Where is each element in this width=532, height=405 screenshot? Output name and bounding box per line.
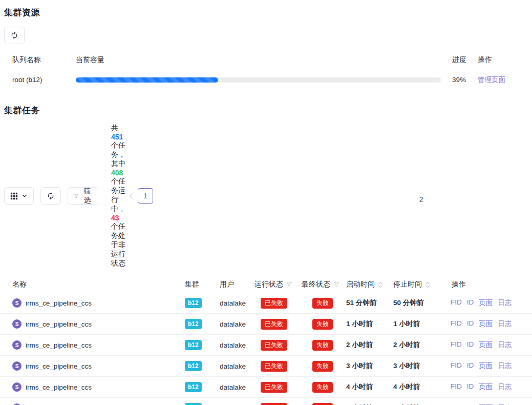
table-row: S irms_ce_pipeline_ccs b12 datalake 已失败 … [0,398,532,405]
prev-page-button[interactable] [125,188,136,204]
log-link[interactable]: 日志 [498,319,512,329]
filter-button[interactable]: 筛选 [68,187,98,205]
refresh-icon [10,31,18,39]
chevron-left-icon [128,192,134,199]
cluster-badge: b12 [185,340,202,350]
page-link[interactable]: 页面 [479,361,493,371]
resources-table-header: 队列名称 当前容量 进度 操作 [0,53,532,67]
resources-table: 队列名称 当前容量 进度 操作 root (b12) 39% 管理页面 [0,53,532,93]
task-name: irms_ce_pipeline_ccs [26,362,92,370]
col-actions: 操作 [473,55,528,65]
user-name: datalake [220,383,254,391]
page-button[interactable]: 2 [155,188,532,204]
col-progress: 进度 [444,55,473,65]
running-count: 408 [111,169,123,177]
start-time: 1 小时前 [346,319,393,329]
user-name: datalake [220,341,254,349]
cluster-badge: b12 [185,403,202,405]
summary-text: 共 [111,124,118,132]
stop-time: 3 小时前 [393,361,448,371]
run-status-badge: 已失败 [261,361,287,372]
resources-table-row: root (b12) 39% 管理页面 [0,67,532,93]
fid-link[interactable]: FID [451,361,462,371]
user-name: datalake [220,320,254,328]
task-name: irms_ce_pipeline_ccs [26,320,92,328]
page-link[interactable]: 页面 [479,340,493,350]
fid-link[interactable]: FID [451,298,462,308]
cluster-dashboard: 集群资源 队列名称 当前容量 进度 操作 root (b12) 39% 管理页面… [0,0,532,405]
app-type-avatar: S [12,361,22,371]
resources-refresh-button[interactable] [4,27,25,44]
layout-dropdown-button[interactable] [4,187,34,205]
id-link[interactable]: ID [467,319,474,329]
row-actions: FID ID 页面 日志 [451,319,532,329]
app-type-avatar: S [12,382,22,392]
stop-time: 4 小时前 [393,382,448,392]
cluster-badge: b12 [185,361,202,371]
id-link[interactable]: ID [467,361,474,371]
stop-time: 2 小时前 [393,340,448,350]
task-name: irms_ce_pipeline_ccs [26,383,92,391]
filter-funnel-icon[interactable] [333,281,339,288]
sort-icon[interactable] [425,281,430,288]
final-status-badge: 失败 [312,319,333,330]
page-link[interactable]: 页面 [479,382,493,392]
fid-link[interactable]: FID [451,319,462,329]
task-name: irms_ce_pipeline_ccs [26,299,92,307]
final-status-badge: 失败 [312,340,333,351]
run-status-badge: 已失败 [261,403,287,405]
tasks-refresh-button[interactable] [40,187,61,205]
tasks-toolbar: 筛选 共 451 个任务，其中 408 个任务运行中，43 个任务处于非运行状态… [4,124,528,268]
col-user: 用户 [220,280,254,289]
filter-button-label: 筛选 [82,187,92,205]
col-stop-time: 停止时间 [393,280,448,289]
resources-section-title: 集群资源 [4,7,532,18]
log-link[interactable]: 日志 [498,361,512,371]
total-count: 451 [111,133,123,141]
page-link[interactable]: 页面 [479,298,493,308]
cluster-badge: b12 [185,382,202,392]
stop-time: 1 小时前 [393,319,448,329]
page-link[interactable]: 页面 [479,319,493,329]
row-actions: FID ID 页面 日志 [451,382,532,392]
run-status-badge: 已失败 [261,298,287,309]
final-status-badge: 失败 [312,298,333,309]
refresh-icon [47,192,55,200]
manage-page-link[interactable]: 管理页面 [478,76,505,84]
final-status-badge: 失败 [312,382,333,393]
table-row: S irms_ce_pipeline_ccs b12 datalake 已失败 … [0,377,532,398]
col-final-status: 最终状态 [302,280,346,289]
table-row: S irms_ce_pipeline_ccs b12 datalake 已失败 … [0,356,532,377]
page-button[interactable]: 1 [138,188,153,204]
stop-time: 50 分钟前 [393,298,448,308]
summary-text: 个任务处于非运行状态 [111,222,125,267]
task-name: irms_ce_pipeline_ccs [26,341,92,349]
tasks-section-title: 集群任务 [4,105,532,116]
run-status-badge: 已失败 [261,340,287,351]
run-status-badge: 已失败 [261,319,287,330]
id-link[interactable]: ID [467,340,474,350]
fid-link[interactable]: FID [451,340,462,350]
col-start-time: 启动时间 [346,280,393,289]
tasks-table-body: S irms_ce_pipeline_ccs b12 datalake 已失败 … [0,293,532,405]
filter-funnel-icon[interactable] [286,281,292,288]
id-link[interactable]: ID [467,298,474,308]
col-queue-name: 队列名称 [12,55,76,65]
log-link[interactable]: 日志 [498,340,512,350]
fid-link[interactable]: FID [451,382,462,392]
capacity-progress-fill [76,77,218,83]
table-row: S irms_ce_pipeline_ccs b12 datalake 已失败 … [0,314,532,335]
tasks-table: 名称 集群 用户 运行状态 最终状态 启动时间 停止时间 操作 [0,276,532,405]
final-status-badge: 失败 [312,403,333,405]
row-actions: FID ID 页面 日志 [451,361,532,371]
id-link[interactable]: ID [467,382,474,392]
start-time: 2 小时前 [346,340,393,350]
log-link[interactable]: 日志 [498,298,512,308]
start-time: 3 小时前 [346,361,393,371]
app-type-avatar: S [12,319,22,329]
col-actions: 操作 [448,280,532,289]
final-status-badge: 失败 [312,361,333,372]
user-name: datalake [220,362,254,370]
sort-icon[interactable] [378,281,383,288]
log-link[interactable]: 日志 [498,382,512,392]
